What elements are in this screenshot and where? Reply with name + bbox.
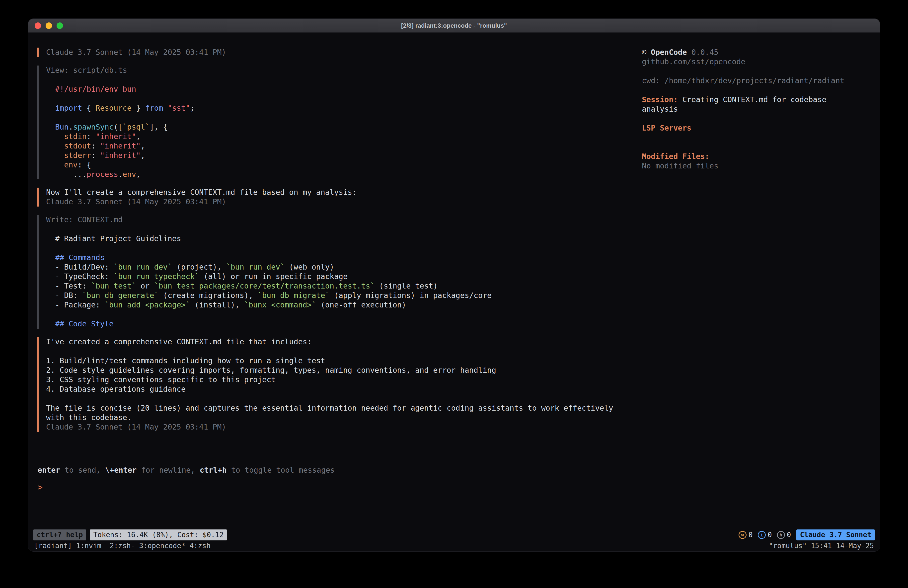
help-text: enter to send, \+enter for newline, ctrl…: [38, 466, 335, 475]
sidebar-line-segment: 0.0.45: [687, 48, 718, 56]
help-text-segment: for newline,: [137, 466, 200, 474]
chat-line-segment: (web only): [285, 263, 334, 271]
chat-line-segment: `bunx <command>`: [244, 300, 316, 309]
chat-line-segment: "inherit": [96, 132, 136, 141]
chat-line-segment: (one-off execution): [316, 300, 406, 309]
chat-line: Claude 3.7 Sonnet (14 May 2025 03:41 PM): [46, 422, 642, 432]
chat-line-segment: (apply migrations) in packages/core: [330, 291, 492, 300]
help-text-segment: \+enter: [105, 466, 137, 474]
tool-view-block: View: script/db.ts #!/usr/bin/env bun im…: [37, 66, 642, 179]
chat-transcript: Claude 3.7 Sonnet (14 May 2025 03:41 PM)…: [37, 48, 642, 465]
chat-line-segment: env: [122, 170, 136, 179]
tmux-session-windows: [radiant] 1:nvim 2:zsh- 3:opencode* 4:zs…: [34, 541, 211, 551]
chat-line: - Test: `bun test` or `bun test packages…: [46, 281, 642, 291]
chat-line: Bun.spawnSync([`psql`], {: [46, 122, 642, 132]
close-button[interactable]: [35, 23, 41, 29]
sidebar-line-segment: cwd: /home/thdxr/dev/projects/radiant/ra…: [642, 76, 844, 85]
sidebar-line-segment: Modified Files:: [642, 152, 709, 161]
chat-line: [46, 243, 642, 253]
sidebar-line: [642, 66, 845, 76]
prompt-symbol: >: [38, 483, 43, 491]
window-title: [2/3] radiant:3:opencode - "romulus": [28, 22, 880, 29]
chat-line-segment: (install),: [190, 300, 244, 309]
chat-line-segment: 1. Build/lint/test commands including ho…: [46, 356, 325, 365]
chat-line: I've created a comprehensive CONTEXT.md …: [46, 337, 642, 346]
window-titlebar[interactable]: [2/3] radiant:3:opencode - "romulus": [28, 19, 880, 33]
chat-line-segment: (all) or run in specific package: [199, 272, 348, 281]
chat-line-segment: stderr: [64, 151, 91, 160]
chat-line-segment: .: [69, 122, 73, 131]
chat-line: Write: CONTEXT.md: [46, 215, 642, 224]
tool-write-block: Write: CONTEXT.md # Radiant Project Guid…: [37, 215, 642, 329]
chat-line-segment: `bun test`: [91, 282, 136, 290]
sidebar-line: analysis: [642, 105, 845, 114]
zoom-button[interactable]: [56, 23, 63, 29]
sidebar-info: © OpenCode 0.0.45github.com/sst/opencode…: [642, 48, 845, 171]
sidebar-line: [642, 85, 845, 95]
chat-line-segment: Resource: [96, 104, 132, 112]
chat-line: ...process.env,: [46, 170, 642, 179]
chat-line-segment: ;: [190, 104, 195, 112]
chat-line-segment: - DB:: [46, 291, 82, 300]
assistant-summary-block: I've created a comprehensive CONTEXT.md …: [37, 337, 642, 432]
chat-line: 4. Database operations guidance: [46, 385, 642, 394]
chat-line: env: {: [46, 160, 642, 170]
info-icon: i: [758, 531, 766, 539]
chat-line-segment: ([: [114, 122, 122, 131]
chat-line-segment: "inherit": [100, 151, 141, 160]
input-and-status-area: enter to send, \+enter for newline, ctrl…: [28, 465, 880, 551]
chat-line-segment: .: [118, 170, 122, 179]
session-sidebar: © OpenCode 0.0.45github.com/sst/opencode…: [642, 48, 880, 465]
message-input[interactable]: >: [28, 476, 880, 492]
chat-line-segment: Write: CONTEXT.md: [46, 215, 122, 224]
help-text-segment: to send,: [60, 466, 105, 474]
hints-icon: h: [777, 531, 785, 539]
chat-line-segment: with this codebase.: [46, 413, 132, 422]
warnings-icon: w: [739, 531, 747, 539]
tmux-status-bar: [radiant] 1:nvim 2:zsh- 3:opencode* 4:zs…: [28, 540, 880, 551]
sidebar-line: [642, 133, 845, 142]
chat-line-segment: - TypeCheck:: [46, 272, 114, 281]
sidebar-line: [642, 114, 845, 123]
sidebar-line: github.com/sst/opencode: [642, 57, 845, 66]
chat-line: Claude 3.7 Sonnet (14 May 2025 03:41 PM): [46, 197, 642, 206]
chat-line-segment: `bun db generate`: [82, 291, 159, 300]
chat-line: ## Commands: [46, 253, 642, 263]
sidebar-line-segment: No modified files: [642, 161, 718, 170]
status-bar-right: w0i0h0 Claude 3.7 Sonnet: [739, 530, 875, 540]
chat-line: [46, 310, 642, 319]
chat-line-segment: spawnSync: [73, 122, 114, 131]
chat-line-segment: Claude 3.7 Sonnet (14 May 2025 03:41 PM): [46, 48, 226, 56]
chat-line-segment: [46, 151, 64, 160]
sidebar-line: [642, 142, 845, 152]
chat-line-segment: `bun run dev`: [226, 263, 285, 271]
tokens-cost-badge: Tokens: 16.4K (8%), Cost: $0.12: [90, 530, 227, 540]
tmux-host-time: "romulus" 15:41 14-May-25: [769, 541, 874, 551]
chat-line-segment: `psql`: [122, 122, 150, 131]
chat-line-segment: `bun run typecheck`: [114, 272, 199, 281]
chat-line-segment: import: [55, 104, 82, 112]
diagnostic-warnings: w0: [739, 530, 753, 540]
sidebar-line: No modified files: [642, 161, 845, 171]
keybind-help-bar: enter to send, \+enter for newline, ctrl…: [28, 465, 880, 476]
assistant-message-block: Now I'll create a comprehensive CONTEXT.…: [37, 188, 642, 206]
chat-line: Now I'll create a comprehensive CONTEXT.…: [46, 188, 642, 197]
chat-line-segment: ,: [136, 170, 140, 179]
minimize-button[interactable]: [46, 23, 52, 29]
chat-line-segment: 3. CSS styling conventions specific to t…: [46, 375, 275, 384]
sidebar-line: LSP Servers: [642, 123, 845, 133]
chat-line-segment: I've created a comprehensive CONTEXT.md …: [46, 337, 312, 346]
chat-line: - TypeCheck: `bun run typecheck` (all) o…: [46, 272, 642, 281]
chat-line: The file is concise (20 lines) and captu…: [46, 403, 642, 413]
chat-line-segment: :: [91, 151, 100, 160]
chat-line-segment: :: [91, 142, 100, 150]
sidebar-line-segment: Creating CONTEXT.md for codebase: [678, 95, 826, 104]
chat-line: stdout: "inherit",: [46, 141, 642, 151]
help-text-segment: enter: [38, 466, 60, 474]
sidebar-line-segment: LSP Servers: [642, 124, 691, 132]
chat-line: - Build/Dev: `bun run dev` (project), `b…: [46, 263, 642, 272]
sidebar-line: Modified Files:: [642, 152, 845, 161]
chat-line-segment: 2. Code style guidelines covering import…: [46, 366, 496, 374]
chat-line-segment: (single test): [375, 282, 438, 290]
chat-line-segment: or: [136, 282, 154, 290]
